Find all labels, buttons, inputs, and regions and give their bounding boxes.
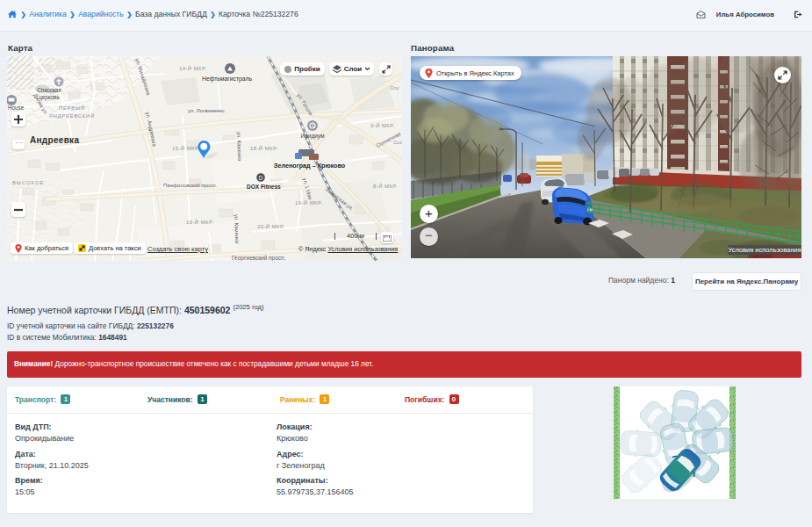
svg-text:DOX Fitness: DOX Fitness <box>247 184 281 190</box>
svg-text:15-Й МКР.: 15-Й МКР. <box>172 145 199 151</box>
svg-text:14-Й МКР.: 14-Й МКР. <box>179 65 206 71</box>
svg-text:9-Й МКР.: 9-Й МКР. <box>370 122 395 128</box>
svg-text:Нефтьмагистраль: Нефтьмагистраль <box>202 76 253 83</box>
svg-text:Спасская: Спасская <box>37 87 61 93</box>
svg-text:20-Й МКР.: 20-Й МКР. <box>257 223 284 229</box>
svg-text:Сосн: Сосн <box>393 140 402 145</box>
svg-text:АНДРЕЕВСКИЙ: АНДРЕЕВСКИЙ <box>49 112 95 119</box>
svg-text:16-Й МКР.: 16-Й МКР. <box>186 219 213 225</box>
svg-text:Спу: Спу <box>390 85 399 90</box>
svg-text:Иридиум: Иридиум <box>301 133 326 140</box>
svg-text:ул. Каменка: ул. Каменка <box>234 214 240 244</box>
svg-text:D: D <box>259 175 263 181</box>
svg-text:Андреевка: Андреевка <box>30 135 79 145</box>
svg-text:House: House <box>8 105 25 111</box>
svg-text:Условия использования: Условия использования <box>728 246 801 254</box>
svg-text:8-Й МКР.: 8-Й МКР. <box>373 183 398 189</box>
svg-text:19-Й МКР.: 19-Й МКР. <box>295 199 322 206</box>
svg-text:ул. Логвиненко: ул. Логвиненко <box>188 108 225 113</box>
svg-text:Зеленоград – Крюково: Зеленоград – Крюково <box>274 162 346 170</box>
svg-text:Панфиловский просп.: Панфиловский просп. <box>163 183 217 188</box>
svg-text:ПЕРВЫЙ: ПЕРВЫЙ <box>59 105 85 111</box>
svg-text:Георгиевский просп.: Георгиевский просп. <box>232 255 286 261</box>
svg-text:ул. Каменка: ул. Каменка <box>236 132 242 162</box>
svg-text:18-Й МКР.: 18-Й МКР. <box>250 145 277 151</box>
svg-text:ВЫСОКОЕ: ВЫСОКОЕ <box>12 180 44 185</box>
